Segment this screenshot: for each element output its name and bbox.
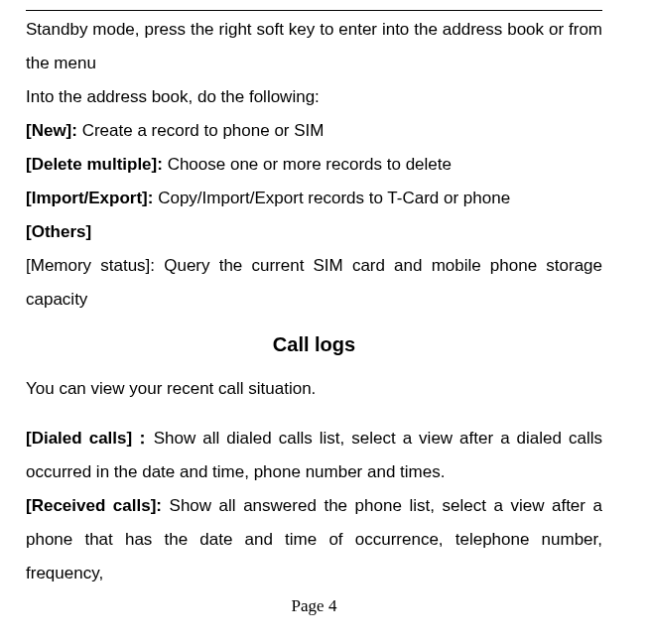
- item-import-export: [Import/Export]: Copy/Import/Export reco…: [26, 182, 602, 215]
- others-label: [Others]: [26, 222, 91, 241]
- item-received-calls: [Received calls]: Show all answered the …: [26, 489, 602, 590]
- import-export-text: Copy/Import/Export records to T-Card or …: [158, 189, 510, 207]
- page-number: Page 4: [26, 596, 602, 616]
- page-content: Standby mode, press the right soft key t…: [26, 13, 602, 590]
- item-delete-multiple: [Delete multiple]: Choose one or more re…: [26, 148, 602, 182]
- top-divider: [26, 10, 602, 11]
- item-new: [New]: Create a record to phone or SIM: [26, 114, 602, 148]
- item-others: [Others]: [26, 215, 602, 249]
- delete-multiple-text: Choose one or more records to delete: [168, 155, 452, 174]
- item-dialed-calls: [Dialed calls]：Show all dialed calls lis…: [26, 422, 602, 489]
- intro-1: Standby mode, press the right soft key t…: [26, 13, 602, 80]
- section-heading-call-logs: Call logs: [26, 322, 602, 366]
- import-export-label: [Import/Export]:: [26, 189, 158, 207]
- intro-2: Into the address book, do the following:: [26, 80, 602, 114]
- calllogs-intro: You can view your recent call situation.: [26, 372, 602, 406]
- new-label: [New]:: [26, 121, 82, 140]
- new-text: Create a record to phone or SIM: [82, 121, 325, 140]
- memory-status: [Memory status]: Query the current SIM c…: [26, 249, 602, 317]
- received-calls-label: [Received calls]:: [26, 496, 170, 515]
- delete-multiple-label: [Delete multiple]:: [26, 155, 168, 174]
- dialed-calls-label: [Dialed calls]：: [26, 429, 154, 448]
